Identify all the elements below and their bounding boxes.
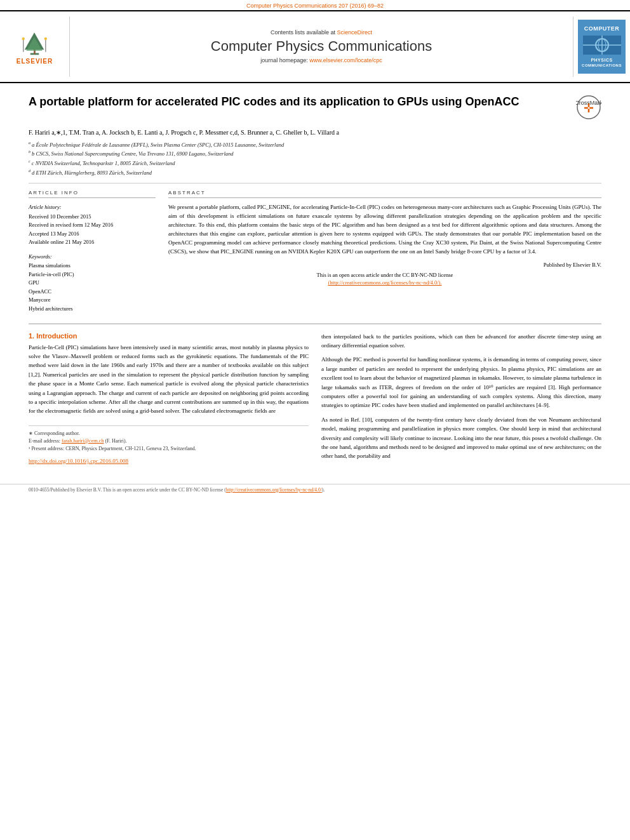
intro-para-1: Particle-In-Cell (PIC) simulations have …: [29, 343, 309, 416]
article-info-heading: ARTICLE INFO: [29, 190, 156, 198]
elsevier-tree-icon: [17, 28, 52, 57]
published-line: Published by Elsevier B.V.: [168, 262, 601, 268]
footnote-email: E-mail address: farah.hariri@cern.ch (F.…: [29, 437, 309, 445]
svg-rect-6: [45, 39, 46, 52]
main-content: 1. Introduction Particle-In-Cell (PIC) s…: [29, 323, 601, 466]
sciencedirect-label: Contents lists available at ScienceDirec…: [271, 29, 372, 36]
left-column: 1. Introduction Particle-In-Cell (PIC) s…: [29, 332, 309, 466]
bottom-license-link[interactable]: http://creativecommons.org/licenses/by-n…: [226, 487, 322, 493]
sciencedirect-link[interactable]: ScienceDirect: [337, 29, 373, 36]
paper-body: A portable platform for accelerated PIC …: [0, 83, 630, 479]
paper-title-section: A portable platform for accelerated PIC …: [29, 95, 601, 121]
footnote-address: ¹ Present address: CERN, Physics Departm…: [29, 445, 309, 453]
svg-point-5: [22, 37, 25, 41]
intro-right-text: then interpolated back to the particles …: [321, 332, 601, 461]
keyword-2: Particle-in-cell (PIC): [29, 270, 156, 279]
open-access-note: This is an open access article under the…: [168, 271, 601, 288]
journal-homepage: journal homepage: www.elsevier.com/locat…: [260, 57, 382, 63]
cpc-logo-area: COMPUTER PHYSICS COMMUNICATIONS: [573, 17, 630, 77]
header-center: Contents lists available at ScienceDirec…: [70, 17, 573, 77]
journal-homepage-link[interactable]: www.elsevier.com/locate/cpc: [309, 57, 382, 63]
intro-para-right-2: Although the PIC method is powerful for …: [321, 355, 601, 410]
keywords-section: Keywords: Plasma simulations Particle-in…: [29, 253, 156, 314]
elsevier-logo: ELSEVIER: [17, 28, 53, 65]
abstract-heading: ABSTRACT: [168, 190, 601, 198]
svg-point-7: [44, 37, 48, 41]
svg-rect-4: [23, 39, 23, 52]
article-info-abstract-section: ARTICLE INFO Article history: Received 1…: [29, 183, 601, 314]
doi-line: http://dx.doi.org/10.1016/j.cpc.2016.05.…: [29, 458, 309, 464]
crossmark-icon: CrossMark: [576, 95, 601, 120]
abstract-column: ABSTRACT We present a portable platform,…: [168, 190, 601, 314]
received-date: Received 10 December 2015: [29, 213, 91, 220]
journal-title: Computer Physics Communications: [211, 38, 432, 55]
elsevier-text-label: ELSEVIER: [17, 58, 53, 65]
affiliation-c: c c NVIDIA Switzerland, Technoparkstr 1,…: [29, 159, 601, 168]
footnote-email-link[interactable]: farah.hariri@cern.ch: [62, 438, 104, 444]
keyword-4: OpenACC: [29, 288, 156, 297]
intro-para-right-1: then interpolated back to the particles …: [321, 332, 601, 350]
authors-line: F. Hariri a,∗,1, T.M. Tran a, A. Jocksch…: [29, 128, 601, 137]
cpc-logo-line1: COMPUTER: [582, 25, 622, 33]
footnote-corresponding: ∗ Corresponding author.: [29, 430, 309, 437]
keyword-5: Manycore: [29, 296, 156, 305]
cpc-logo-box: COMPUTER PHYSICS COMMUNICATIONS: [578, 20, 626, 74]
intro-para-right-3: As noted in Ref. [10], computers of the …: [321, 415, 601, 461]
license-link[interactable]: (http://creativecommons.org/licenses/by-…: [328, 279, 441, 286]
cpc-logo-line3: COMMUNICATIONS: [582, 63, 622, 68]
article-history: Article history: Received 10 December 20…: [29, 203, 156, 247]
keyword-6: Hybrid architectures: [29, 305, 156, 314]
right-column: then interpolated back to the particles …: [321, 332, 601, 466]
bottom-bar-text: 0010-4655/Published by Elsevier B.V. Thi…: [29, 487, 325, 493]
crossmark-badge[interactable]: CrossMark: [576, 95, 601, 121]
revised-date: Received in revised form 12 May 2016: [29, 222, 113, 228]
footnote-area: ∗ Corresponding author. E-mail address: …: [29, 425, 309, 453]
affiliation-a: a a École Polytechnique Fédérale de Laus…: [29, 140, 601, 149]
affiliation-b: b b CSCS, Swiss National Supercomputing …: [29, 149, 601, 158]
affiliations-list: a a École Polytechnique Fédérale de Laus…: [29, 140, 601, 177]
keyword-1: Plasma simulations: [29, 262, 156, 270]
affiliation-d: d d ETH Zürich, Hürnglerberg, 8093 Züric…: [29, 168, 601, 177]
article-info-column: ARTICLE INFO Article history: Received 1…: [29, 190, 156, 314]
bottom-bar: 0010-4655/Published by Elsevier B.V. Thi…: [0, 484, 630, 495]
cpc-logo-graphic: [583, 36, 621, 55]
keywords-label: Keywords:: [29, 253, 156, 260]
section-title: 1. Introduction: [29, 332, 309, 340]
intro-left-text: Particle-In-Cell (PIC) simulations have …: [29, 343, 309, 416]
journal-header: ELSEVIER Contents lists available at Sci…: [0, 10, 630, 83]
accepted-date: Accepted 13 May 2016: [29, 230, 79, 237]
journal-citation: Computer Physics Communications 207 (201…: [0, 0, 630, 10]
doi-link[interactable]: http://dx.doi.org/10.1016/j.cpc.2016.05.…: [29, 458, 128, 464]
abstract-text: We present a portable platform, called P…: [168, 203, 601, 257]
svg-point-17: [588, 107, 590, 109]
elsevier-logo-area: ELSEVIER: [0, 17, 70, 77]
cpc-logo-line2: PHYSICS: [582, 57, 622, 63]
keyword-3: GPU: [29, 279, 156, 288]
history-label: Article history:: [29, 203, 156, 212]
online-date: Available online 21 May 2016: [29, 239, 94, 245]
paper-title: A portable platform for accelerated PIC …: [29, 95, 566, 109]
